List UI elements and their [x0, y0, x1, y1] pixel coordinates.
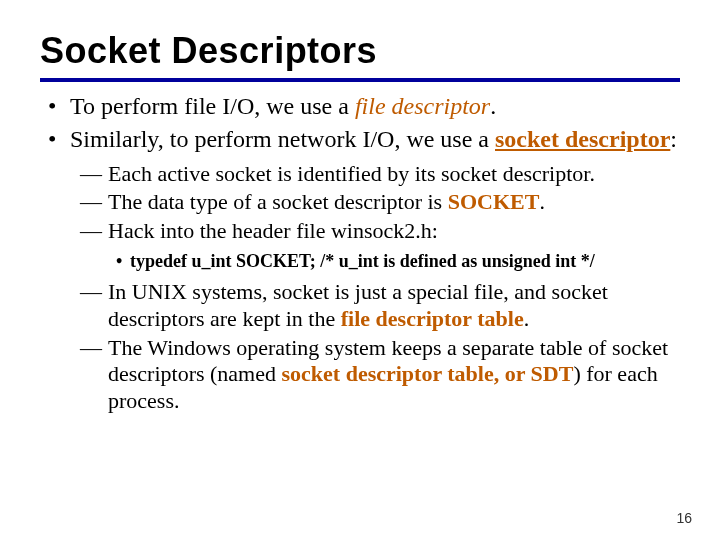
emph-socket-type: SOCKET	[448, 189, 540, 214]
text: :	[670, 126, 677, 152]
subsub-list: typedef u_int SOCKET; /* u_int is define…	[112, 251, 680, 273]
bullet-2: Similarly, to perform network I/O, we us…	[70, 125, 680, 415]
slide: Socket Descriptors To perform file I/O, …	[0, 0, 720, 540]
emph-socket-descriptor: socket descriptor	[495, 126, 670, 152]
sub-list: Each active socket is identified by its …	[80, 161, 680, 416]
sub-2: The data type of a socket descriptor is …	[108, 189, 680, 216]
emph-fd-table: file descriptor table	[341, 306, 524, 331]
sub-4: In UNIX systems, socket is just a specia…	[108, 279, 680, 333]
bullet-list: To perform file I/O, we use a file descr…	[40, 92, 680, 415]
text: .	[490, 93, 496, 119]
text: Similarly, to perform network I/O, we us…	[70, 126, 495, 152]
emph-sdt: socket descriptor table, or SDT	[282, 361, 574, 386]
sub-1: Each active socket is identified by its …	[108, 161, 680, 188]
text: .	[539, 189, 545, 214]
text: .	[524, 306, 530, 331]
slide-title: Socket Descriptors	[40, 30, 680, 72]
emph-file-descriptor: file descriptor	[355, 93, 490, 119]
title-rule	[40, 78, 680, 82]
sub-3: Hack into the header file winsock2.h: ty…	[108, 218, 680, 273]
page-number: 16	[676, 510, 692, 526]
bullet-1: To perform file I/O, we use a file descr…	[70, 92, 680, 121]
code-line: typedef u_int SOCKET; /* u_int is define…	[130, 251, 680, 273]
text: Hack into the header file winsock2.h:	[108, 218, 438, 243]
text: To perform file I/O, we use a	[70, 93, 355, 119]
sub-5: The Windows operating system keeps a sep…	[108, 335, 680, 415]
text: The data type of a socket descriptor is	[108, 189, 448, 214]
